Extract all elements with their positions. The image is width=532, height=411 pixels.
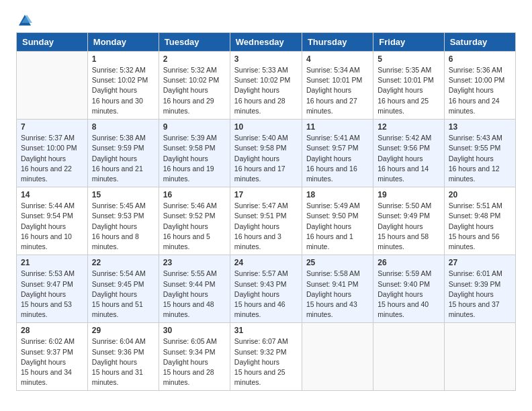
sunrise-time: 5:53 AM [48,269,75,277]
sunset-time: 9:54 PM [47,212,73,220]
day-info: Sunrise: 5:54 AM Sunset: 9:45 PM Dayligh… [92,269,154,320]
daylight-duration: 16 hours and 14 minutes. [378,165,429,183]
day-info: Sunrise: 5:59 AM Sunset: 9:40 PM Dayligh… [378,269,439,320]
sunset-label: Sunset: [92,348,118,356]
sunrise-label: Sunrise: [234,337,262,345]
daylight-label: Daylight hours [306,154,351,163]
sunset-time: 9:44 PM [189,280,215,288]
col-header-tuesday: Tuesday [159,33,230,52]
col-header-wednesday: Wednesday [230,33,302,52]
day-cell: 13 Sunrise: 5:43 AM Sunset: 9:55 PM Dayl… [444,120,515,187]
daylight-duration: 15 hours and 56 minutes. [449,232,500,250]
day-cell: 22 Sunrise: 5:54 AM Sunset: 9:45 PM Dayl… [87,255,159,323]
sunrise-time: 6:01 AM [476,269,502,277]
sunrise-label: Sunrise: [21,269,48,277]
sunset-time: 9:39 PM [474,280,500,288]
daylight-label: Daylight hours [21,154,66,163]
day-info: Sunrise: 5:34 AM Sunset: 10:01 PM Daylig… [306,65,369,116]
sunset-label: Sunset: [306,76,332,84]
page-header [16,13,516,28]
sunset-label: Sunset: [21,212,47,220]
daylight-label: Daylight hours [234,290,279,298]
sunset-time: 9:52 PM [189,212,215,220]
daylight-label: Daylight hours [378,222,423,230]
daylight-label: Daylight hours [306,222,351,230]
day-info: Sunrise: 5:50 AM Sunset: 9:49 PM Dayligh… [378,201,439,252]
day-number: 9 [163,122,226,132]
day-info: Sunrise: 5:55 AM Sunset: 9:44 PM Dayligh… [163,269,226,320]
daylight-label: Daylight hours [449,222,494,230]
daylight-duration: 15 hours and 34 minutes. [21,368,72,386]
sunrise-label: Sunrise: [378,66,405,74]
day-info: Sunrise: 5:35 AM Sunset: 10:01 PM Daylig… [378,65,439,116]
day-number: 26 [378,258,439,267]
sunrise-time: 5:47 AM [262,201,288,210]
daylight-label: Daylight hours [21,222,66,230]
day-number: 25 [306,258,369,267]
day-cell [302,323,373,391]
daylight-duration: 16 hours and 22 minutes. [21,165,72,183]
sunrise-time: 5:51 AM [476,201,502,210]
daylight-label: Daylight hours [378,86,423,94]
day-info: Sunrise: 5:32 AM Sunset: 10:02 PM Daylig… [163,65,226,116]
day-cell [373,323,444,391]
day-info: Sunrise: 6:02 AM Sunset: 9:37 PM Dayligh… [21,336,83,387]
daylight-label: Daylight hours [92,290,137,298]
daylight-label: Daylight hours [21,290,66,298]
col-header-friday: Friday [373,33,444,52]
sunset-label: Sunset: [163,144,189,152]
day-number: 2 [163,54,226,64]
day-number: 16 [163,190,226,199]
col-header-sunday: Sunday [17,33,88,52]
day-cell: 18 Sunrise: 5:49 AM Sunset: 9:50 PM Dayl… [302,187,373,255]
day-number: 24 [234,258,298,267]
sunrise-label: Sunrise: [378,201,405,210]
col-header-monday: Monday [87,33,159,52]
day-info: Sunrise: 5:57 AM Sunset: 9:43 PM Dayligh… [234,269,298,320]
sunset-label: Sunset: [449,212,475,220]
day-number: 8 [92,122,154,132]
day-cell: 26 Sunrise: 5:59 AM Sunset: 9:40 PM Dayl… [373,255,444,323]
day-number: 13 [449,122,511,132]
logo-icon [17,13,32,28]
day-cell: 25 Sunrise: 5:58 AM Sunset: 9:41 PM Dayl… [302,255,373,323]
daylight-duration: 16 hours and 19 minutes. [163,165,214,183]
sunrise-time: 5:32 AM [120,66,146,74]
sunset-time: 9:58 PM [189,144,215,152]
day-number: 6 [449,54,511,64]
day-number: 7 [21,122,83,132]
daylight-label: Daylight hours [234,154,279,163]
sunrise-label: Sunrise: [92,201,120,210]
sunset-time: 9:45 PM [118,280,144,288]
sunset-time: 9:51 PM [260,212,286,220]
daylight-duration: 16 hours and 12 minutes. [449,165,500,183]
daylight-label: Daylight hours [449,290,494,298]
sunrise-label: Sunrise: [449,269,476,277]
daylight-label: Daylight hours [234,222,279,230]
day-number: 31 [234,326,298,335]
sunrise-time: 5:41 AM [334,134,360,142]
day-cell: 15 Sunrise: 5:45 AM Sunset: 9:53 PM Dayl… [87,187,159,255]
sunset-label: Sunset: [92,144,118,152]
day-info: Sunrise: 5:36 AM Sunset: 10:00 PM Daylig… [449,65,511,116]
sunrise-label: Sunrise: [92,134,120,142]
sunset-time: 9:59 PM [118,144,144,152]
sunrise-label: Sunrise: [21,201,48,210]
day-info: Sunrise: 5:41 AM Sunset: 9:57 PM Dayligh… [306,133,369,184]
daylight-duration: 16 hours and 8 minutes. [92,232,139,250]
daylight-label: Daylight hours [306,86,351,94]
day-cell: 12 Sunrise: 5:42 AM Sunset: 9:56 PM Dayl… [373,120,444,187]
sunrise-time: 5:44 AM [48,201,75,210]
day-number: 29 [92,326,154,335]
day-number: 14 [21,190,83,199]
sunset-time: 10:02 PM [260,76,290,84]
day-info: Sunrise: 6:07 AM Sunset: 9:32 PM Dayligh… [234,336,298,387]
sunset-label: Sunset: [234,144,261,152]
daylight-label: Daylight hours [449,154,494,163]
daylight-duration: 16 hours and 29 minutes. [163,97,214,115]
sunrise-time: 6:02 AM [48,337,75,345]
week-row-5: 28 Sunrise: 6:02 AM Sunset: 9:37 PM Dayl… [17,323,516,391]
day-info: Sunrise: 5:44 AM Sunset: 9:54 PM Dayligh… [21,201,83,252]
daylight-duration: 16 hours and 30 minutes. [92,97,143,115]
sunrise-time: 5:57 AM [262,269,288,277]
